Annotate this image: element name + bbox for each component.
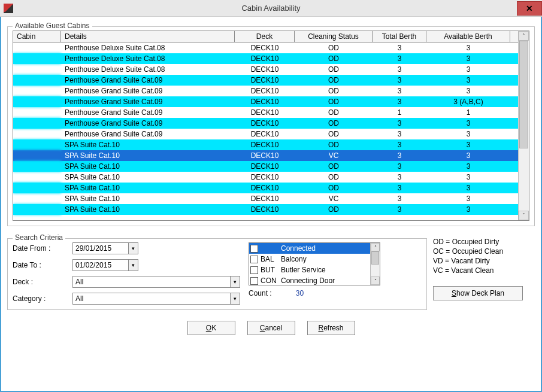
title-bar[interactable]: Cabin Availability ✕ [0,0,542,17]
table-cell: 3 [373,75,426,86]
feature-listbox[interactable]: ConnectedBALBalconyBUTButler ServiceCONC… [249,242,380,285]
table-cell: OD [295,96,373,107]
label-category: Category : [13,294,72,303]
list-item[interactable]: CONConnecting Door [249,275,370,285]
table-row[interactable]: Penthouse Grand Suite Cat.09DECK10OD33 [13,129,518,139]
date-to-picker[interactable]: 01/02/2015 ▾ [72,259,138,271]
table-cell [13,107,61,118]
table-row[interactable]: SPA Suite Cat.10DECK10VC33 [13,150,518,161]
table-row[interactable]: Penthouse Grand Suite Cat.09DECK10OD11 [13,107,518,118]
scroll-track[interactable] [519,41,529,211]
grid-scrollbar[interactable]: ˄ ˅ [518,31,529,220]
label-date-from: Date From : [13,244,72,253]
checkbox[interactable] [250,245,258,253]
feature-scrollbar[interactable]: ˄ ˅ [370,243,380,285]
table-cell: DECK10 [235,183,295,193]
label-count: Count : [249,289,272,297]
table-cell: DECK10 [235,161,295,172]
table-cell: Penthouse Deluxe Suite Cat.08 [61,53,235,64]
scroll-down-arrow-icon[interactable]: ˅ [519,211,529,220]
scroll-down-arrow-icon[interactable]: ˅ [371,276,380,285]
table-row[interactable]: Penthouse Deluxe Suite Cat.08DECK10OD33 [13,64,518,75]
chevron-down-icon[interactable]: ▾ [230,293,240,304]
table-cell: 3 [373,118,426,129]
table-cell: 1 [373,107,426,118]
table-cell: OD [295,75,373,86]
feature-name: Butler Service [281,266,326,274]
table-row[interactable]: SPA Suite Cat.10DECK10OD33 [13,172,518,183]
cabin-grid-body: Penthouse Deluxe Suite Cat.08DECK10OD33P… [13,42,518,215]
table-cell: 3 [426,172,510,183]
table-row[interactable]: SPA Suite Cat.10DECK10OD33 [13,139,518,150]
scroll-thumb[interactable] [371,251,379,265]
cancel-button[interactable]: Cancel [247,321,295,335]
scroll-thumb[interactable] [519,41,528,148]
table-row[interactable]: Penthouse Deluxe Suite Cat.08DECK10OD33 [13,53,518,64]
table-row[interactable]: Penthouse Grand Suite Cat.09DECK10OD33 [13,118,518,129]
list-item[interactable]: BALBalcony [249,254,370,265]
date-from-picker[interactable]: 29/01/2015 ▾ [72,242,138,254]
group-search-criteria: Search Criteria Date From : 29/01/2015 ▾… [7,238,427,310]
count-value: 30 [296,289,304,297]
checkbox[interactable] [250,256,258,263]
show-deck-plan-button[interactable]: Show Deck Plan [433,286,523,300]
table-cell: DECK10 [235,42,295,53]
checkbox[interactable] [250,277,258,285]
table-cell: Penthouse Grand Suite Cat.09 [61,107,235,118]
deck-select[interactable]: All ▾ [72,276,240,288]
checkbox[interactable] [250,266,258,274]
table-row[interactable]: SPA Suite Cat.10DECK10OD33 [13,161,518,172]
chevron-down-icon[interactable]: ▾ [230,276,240,287]
table-cell: Penthouse Grand Suite Cat.09 [61,86,235,96]
client-area: Available Guest Cabins Cabin Details Dec… [0,17,542,392]
feature-name: Balcony [281,255,307,263]
table-row[interactable]: Penthouse Grand Suite Cat.09DECK10OD33 (… [13,96,518,107]
refresh-button[interactable]: Refresh [307,321,355,335]
table-cell: Penthouse Grand Suite Cat.09 [61,118,235,129]
cabin-grid-header[interactable]: Cabin Details Deck Cleaning Status Total… [13,31,518,42]
scroll-up-arrow-icon[interactable]: ˄ [371,243,380,251]
feature-code: BAL [261,255,278,263]
table-cell: 3 [426,75,510,86]
category-select[interactable]: All ▾ [72,293,240,305]
col-cleaning[interactable]: Cleaning Status [295,31,373,42]
list-item[interactable]: Connected [249,243,370,254]
table-cell [13,53,61,64]
table-row[interactable]: Penthouse Deluxe Suite Cat.08DECK10OD33 [13,42,518,53]
table-cell [13,96,61,107]
table-cell: DECK10 [235,96,295,107]
table-cell: SPA Suite Cat.10 [61,172,235,183]
table-cell [13,204,61,215]
col-cabin[interactable]: Cabin [13,31,61,42]
chevron-down-icon[interactable]: ▾ [128,243,138,254]
ok-button[interactable]: OK [187,321,235,335]
table-row[interactable]: SPA Suite Cat.10DECK10OD33 [13,183,518,193]
col-details[interactable]: Details [61,31,235,42]
chevron-down-icon[interactable]: ▾ [128,260,138,271]
table-cell: OD [295,64,373,75]
table-cell: Penthouse Grand Suite Cat.09 [61,75,235,86]
table-cell [13,42,61,53]
window-title: Cabin Availability [0,4,542,13]
table-cell [13,150,61,161]
label-deck: Deck : [13,278,72,286]
col-avail-berth[interactable]: Available Berth [426,31,510,42]
scroll-up-arrow-icon[interactable]: ˄ [519,31,529,41]
date-from-value: 29/01/2015 [73,244,128,253]
table-cell: 3 [373,139,426,150]
table-cell: 3 [426,204,510,215]
list-item[interactable]: BUTButler Service [249,265,370,275]
table-cell: 3 [426,139,510,150]
close-button[interactable]: ✕ [517,1,542,16]
legend-oc: OC = Occupied Clean [433,247,535,256]
table-cell: OD [295,172,373,183]
table-row[interactable]: SPA Suite Cat.10DECK10VC33 [13,193,518,204]
table-cell: 3 [373,204,426,215]
legend-vc: VC = Vacant Clean [433,266,535,275]
table-cell: SPA Suite Cat.10 [61,139,235,150]
col-total-berth[interactable]: Total Berth [373,31,426,42]
col-deck[interactable]: Deck [235,31,295,42]
table-row[interactable]: Penthouse Grand Suite Cat.09DECK10OD33 [13,86,518,96]
table-row[interactable]: SPA Suite Cat.10DECK10OD33 [13,204,518,215]
table-row[interactable]: Penthouse Grand Suite Cat.09DECK10OD33 [13,75,518,86]
